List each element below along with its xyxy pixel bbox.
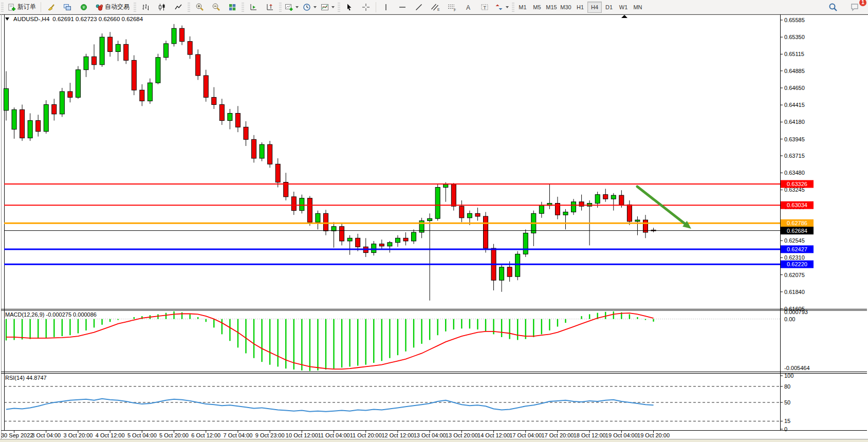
chart-symbol-period: AUDUSD-,H4: [13, 16, 49, 22]
text-tool-glyph: A: [466, 4, 470, 11]
arrows-tool-button[interactable]: [493, 1, 511, 13]
zoom-out-icon: [212, 3, 220, 11]
text-tool-button[interactable]: A: [460, 1, 476, 13]
autotrade-icon: [95, 3, 103, 11]
timeframe-m5-button[interactable]: M5: [530, 2, 544, 13]
vertical-line-tool-button[interactable]: [378, 1, 394, 13]
clock-icon: [303, 3, 311, 11]
broom-icon: [47, 3, 55, 11]
macd-signal-line: [6, 313, 654, 369]
channel-glyph: E: [437, 7, 440, 11]
new-order-button[interactable]: 新订单: [5, 1, 39, 13]
timeframe-m15-button[interactable]: M15: [544, 2, 559, 13]
zoom-in-icon: [195, 3, 204, 11]
new-order-icon: [8, 3, 16, 11]
tile-windows-button[interactable]: [224, 1, 241, 13]
toolbar: 新订单 自动交易: [0, 0, 868, 14]
horizontal-line-icon: [398, 3, 407, 11]
bar-chart-icon: [141, 3, 150, 11]
trendline-tool-button[interactable]: [411, 1, 427, 13]
bar-chart-button[interactable]: [137, 1, 154, 13]
timeframe-h1-button[interactable]: H1: [573, 2, 587, 13]
toolbar-grip: [338, 3, 340, 12]
chevron-down-icon: [506, 6, 509, 8]
trendline-icon: [415, 3, 423, 11]
terminal-button[interactable]: [59, 1, 76, 13]
chevron-down-icon: [331, 6, 335, 8]
cursor-icon: [345, 3, 354, 11]
indicators-icon: [321, 3, 329, 11]
horizontal-line-tool-button[interactable]: [394, 1, 411, 13]
label-tool-glyph: T: [484, 5, 487, 10]
timeframe-d1-button[interactable]: D1: [602, 2, 616, 13]
market-watch-button[interactable]: [43, 1, 59, 13]
macd-signal-value: 0.000086: [73, 311, 97, 318]
zoom-out-button[interactable]: [208, 1, 224, 13]
autotrade-button[interactable]: 自动交易: [92, 1, 133, 13]
divider: [376, 2, 376, 12]
toolbar-grip: [512, 3, 514, 12]
fibonacci-icon: F: [447, 3, 456, 11]
arrows-icon: [495, 3, 503, 11]
timeframe-m1-button[interactable]: M1: [515, 2, 530, 13]
auto-scroll-icon: [249, 3, 257, 11]
rsi-level-lines: [4, 386, 780, 421]
toolbar-grip: [188, 3, 190, 12]
cursor-tool-button[interactable]: [341, 1, 358, 13]
zoom-in-button[interactable]: [191, 1, 208, 13]
new-chart-button[interactable]: [283, 1, 301, 13]
line-chart-button[interactable]: [170, 1, 187, 13]
macd-name: MACD(12,26,9): [5, 311, 44, 318]
chat-bubble-icon: [850, 3, 859, 12]
signal-icon: [80, 3, 88, 11]
rsi-value: 44.8747: [26, 375, 47, 381]
rsi-name: RSI(14): [5, 375, 25, 381]
new-chart-icon: [285, 3, 293, 11]
chart-shift-button[interactable]: [262, 1, 278, 13]
crosshair-icon: [362, 3, 370, 11]
chevron-down-icon: [296, 6, 299, 8]
chevron-down-icon: [5, 17, 9, 21]
toolbar-grip: [134, 3, 136, 12]
fibo-glyph: F: [454, 8, 456, 11]
rsi-line: [6, 399, 654, 412]
macd-indicator-label: MACD(12,26,9) -0.000275 0.000086: [5, 311, 97, 318]
new-order-label: 新订单: [17, 3, 36, 11]
fibonacci-tool-button[interactable]: F: [444, 1, 460, 13]
vertical-line-icon: [382, 3, 390, 11]
toolbar-grip: [1, 3, 4, 12]
macd-value: -0.000275: [46, 311, 71, 318]
channel-icon: E: [431, 3, 440, 11]
time-axis[interactable]: [0, 431, 780, 440]
candlestick-chart-button[interactable]: [154, 1, 170, 13]
indicators-button[interactable]: [319, 1, 337, 13]
label-tool-button[interactable]: T: [476, 1, 493, 13]
timeframe-m30-button[interactable]: M30: [559, 2, 573, 13]
periods-button[interactable]: [301, 1, 319, 13]
divider: [41, 2, 41, 12]
chevron-down-icon: [313, 6, 317, 8]
rsi-indicator-label: RSI(14) 44.8747: [5, 375, 47, 381]
channel-tool-button[interactable]: E: [427, 1, 444, 13]
timeframe-mn-button[interactable]: MN: [631, 2, 645, 13]
price-axis[interactable]: [780, 14, 868, 431]
autotrade-label: 自动交易: [105, 3, 130, 11]
signal-button[interactable]: [76, 1, 92, 13]
search-icon: [828, 3, 838, 12]
notification-badge: 1: [859, 0, 866, 6]
timeframe-w1-button[interactable]: W1: [616, 2, 631, 13]
chart-shift-icon: [266, 3, 274, 11]
toolbar-grip: [279, 3, 282, 12]
macd-histogram: [6, 311, 654, 371]
windows-icon: [63, 3, 71, 11]
auto-scroll-button[interactable]: [245, 1, 262, 13]
notifications-button[interactable]: 1: [846, 1, 863, 13]
crosshair-tool-button[interactable]: [358, 1, 374, 13]
chart-canvas[interactable]: [4, 14, 780, 309]
timeframe-h4-button[interactable]: H4: [587, 2, 602, 13]
line-chart-icon: [174, 3, 182, 11]
candlestick-icon: [158, 3, 166, 11]
label-tool-icon: T: [481, 3, 489, 11]
search-button[interactable]: [825, 1, 841, 13]
text-tool-icon: A: [465, 3, 472, 11]
